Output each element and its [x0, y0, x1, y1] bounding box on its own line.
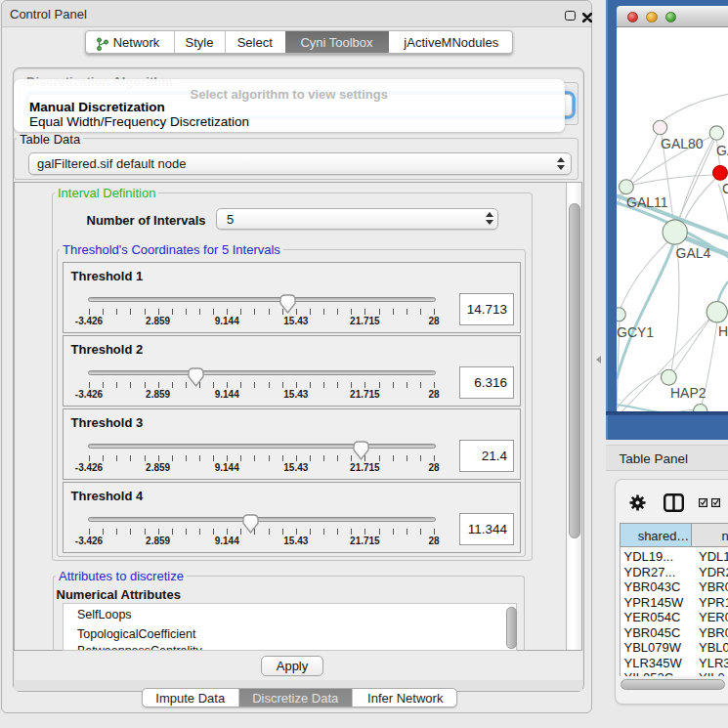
svg-text:GCY1: GCY1	[617, 324, 654, 340]
svg-text:GAL4: GAL4	[676, 244, 711, 260]
svg-text:H: H	[718, 323, 728, 339]
svg-text:GAL80: GAL80	[661, 136, 704, 151]
svg-text:GAL1: GAL1	[716, 143, 728, 158]
svg-text:GAL11: GAL11	[626, 193, 668, 209]
svg-text:C: C	[722, 181, 728, 196]
svg-text:HAP2: HAP2	[670, 385, 707, 401]
